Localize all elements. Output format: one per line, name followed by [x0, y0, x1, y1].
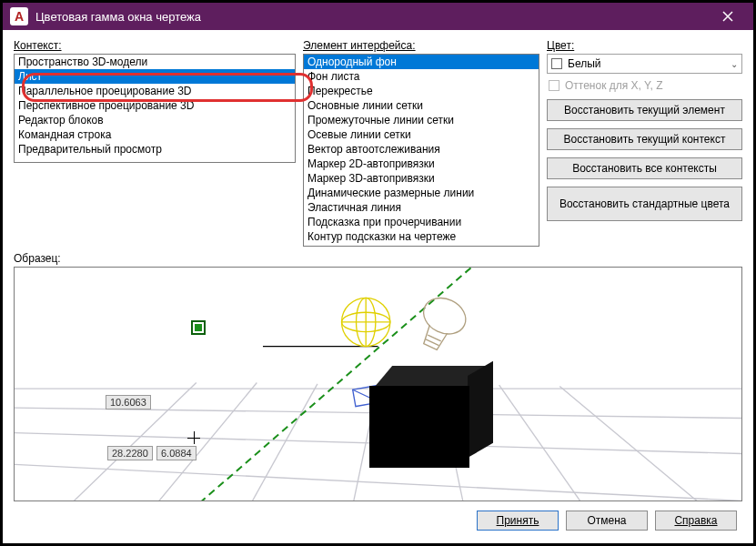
element-item[interactable]: Фон листа: [304, 69, 539, 84]
element-item[interactable]: Вектор автоотслеживания: [304, 142, 539, 157]
context-label: Контекст:: [14, 39, 296, 52]
restore-all-button[interactable]: Восстановить все контексты: [547, 157, 742, 179]
context-item[interactable]: Командная строка: [15, 127, 295, 142]
preview-green-marker: [191, 320, 206, 335]
element-item[interactable]: Эластичная линия: [304, 200, 539, 215]
svg-line-22: [426, 339, 438, 346]
close-button[interactable]: [710, 3, 746, 30]
tint-checkbox-row: Оттенок для X, Y, Z: [547, 79, 742, 92]
element-item[interactable]: Основные линии сетки: [304, 98, 539, 113]
close-icon: [722, 11, 733, 22]
ok-button[interactable]: Принять: [477, 511, 559, 531]
element-item[interactable]: Фон подсказки: [304, 244, 539, 247]
svg-line-21: [428, 335, 440, 341]
color-swatch: [551, 58, 562, 69]
preview-coord-3: 6.0884: [156, 446, 197, 460]
svg-line-12: [559, 387, 741, 501]
sample-label: Образец:: [14, 252, 742, 265]
context-item[interactable]: Предварительный просмотр: [15, 142, 295, 157]
restore-element-button[interactable]: Восстановить текущий элемент: [547, 99, 742, 121]
preview-cube-side: [468, 361, 493, 458]
context-item[interactable]: Параллельное проецирование 3D: [15, 84, 295, 98]
preview-crosshair: [187, 431, 200, 444]
preview-coord-1: 10.6063: [106, 395, 151, 410]
preview-pane: 10.6063 28.2280 6.0884: [14, 267, 742, 501]
preview-coord-2: 28.2280: [107, 446, 153, 460]
titlebar: A Цветовая гамма окна чертежа: [3, 3, 753, 30]
element-item[interactable]: Промежуточные линии сетки: [304, 113, 539, 127]
svg-line-11: [499, 385, 620, 501]
context-item[interactable]: Лист: [15, 69, 295, 84]
element-item[interactable]: Перекрестье: [304, 84, 539, 98]
context-item[interactable]: Перспективное проецирование 3D: [15, 98, 295, 113]
color-value: Белый: [568, 57, 600, 70]
svg-point-20: [418, 291, 471, 340]
preview-cube: [369, 386, 469, 468]
color-label: Цвет:: [547, 39, 742, 52]
restore-standard-button[interactable]: Восстановить стандартные цвета: [547, 187, 742, 221]
element-item[interactable]: Осевые линии сетки: [304, 127, 539, 142]
context-item[interactable]: Редактор блоков: [15, 113, 295, 127]
tint-label: Оттенок для X, Y, Z: [565, 79, 663, 92]
help-button[interactable]: Справка: [655, 511, 737, 531]
cancel-button[interactable]: Отмена: [566, 511, 648, 531]
element-label: Элемент интерфейса:: [303, 39, 539, 52]
restore-context-button[interactable]: Восстановить текущий контекст: [547, 128, 742, 150]
context-item[interactable]: Пространство 3D-модели: [15, 55, 295, 69]
tint-checkbox: [549, 80, 559, 91]
element-item[interactable]: Подсказка при прочерчивании: [304, 215, 539, 229]
element-item[interactable]: Динамические размерные линии: [304, 186, 539, 200]
element-item[interactable]: Контур подсказки на чертеже: [304, 229, 539, 244]
element-listbox[interactable]: Однородный фонФон листаПерекрестьеОсновн…: [303, 54, 539, 247]
element-item[interactable]: Маркер 2D-автопривязки: [304, 157, 539, 171]
context-listbox[interactable]: Пространство 3D-моделиЛистПараллельное п…: [14, 54, 296, 163]
chevron-down-icon: ⌄: [731, 59, 738, 69]
element-item[interactable]: Однородный фон: [304, 55, 539, 69]
window-title: Цветовая гамма окна чертежа: [35, 10, 710, 24]
element-item[interactable]: Маркер 3D-автопривязки: [304, 171, 539, 186]
color-dropdown[interactable]: Белый ⌄: [547, 54, 742, 74]
app-icon: A: [10, 7, 28, 25]
